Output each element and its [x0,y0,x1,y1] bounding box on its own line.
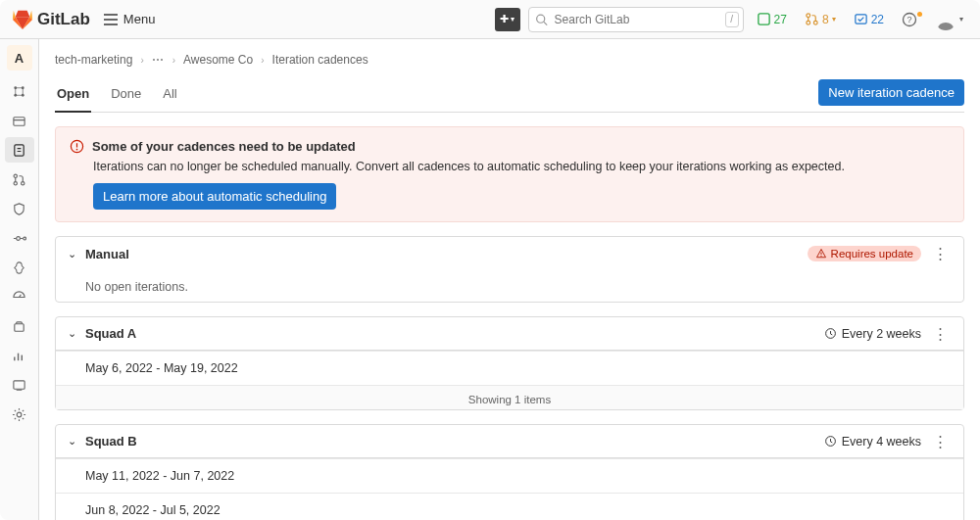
cadence-actions-menu[interactable]: ⋮ [929,248,952,260]
project-avatar[interactable]: A [7,45,32,71]
issues-count: 27 [774,13,787,26]
todos-count: 22 [871,13,884,26]
tab-all[interactable]: All [161,78,178,113]
sidebar-item-info[interactable] [5,78,34,104]
cadence-frequency: Every 2 weeks [824,327,921,341]
crumb-root[interactable]: tech-marketing [55,53,132,67]
issues-link[interactable]: 27 [752,10,792,28]
chevron-down-icon: ▾ [832,15,836,24]
help-icon: ? [902,12,917,27]
menu-button[interactable]: Menu [98,8,162,30]
chevron-down-icon: ▾ [959,15,963,24]
merge-request-icon [805,12,819,26]
todos-link[interactable]: 22 [849,10,889,28]
alert-body: Iterations can no longer be scheduled ma… [93,160,950,173]
showing-count: Showing 1 items [56,385,963,409]
cadence-header: ⌄ Squad B Every 4 weeks ⋮ [56,425,963,458]
sidebar-item-security[interactable] [5,196,34,221]
svg-rect-15 [15,144,24,155]
breadcrumb: tech-marketing › ⋯ › Awesome Co › Iterat… [55,39,964,78]
svg-rect-30 [14,380,24,388]
svg-rect-26 [15,323,24,331]
requires-update-badge: Requires update [808,246,921,261]
chevron-right-icon: › [172,55,175,66]
cadence-actions-menu[interactable]: ⋮ [929,436,952,448]
cadence-name[interactable]: Squad B [85,434,137,449]
alert-cta-button[interactable]: Learn more about automatic scheduling [93,183,336,210]
sidebar-item-analytics[interactable] [5,343,34,368]
sidebar-item-cicd[interactable] [5,225,34,251]
iteration-row[interactable]: Jun 8, 2022 - Jul 5, 2022 [56,493,963,520]
todo-icon [854,12,868,26]
cadence-frequency: Every 4 weeks [824,435,921,449]
svg-text:?: ? [906,15,911,24]
crumb-mid[interactable]: Awesome Co [183,53,253,67]
svg-point-32 [17,412,22,417]
cadence-group: ⌄ Manual Requires update ⋮ No open itera… [55,236,964,303]
crumb-ellipsis[interactable]: ⋯ [152,53,165,67]
iteration-row[interactable]: May 6, 2022 - May 19, 2022 [56,351,963,385]
sidebar-item-settings[interactable] [5,402,34,427]
svg-line-1 [544,22,547,24]
svg-point-19 [14,181,17,184]
cadence-group: ⌄ Squad A Every 2 weeks ⋮ May 6, 2022 - … [55,316,964,410]
tab-done[interactable]: Done [109,78,143,113]
svg-point-0 [536,15,544,23]
gitlab-logo[interactable]: GitLab [12,9,90,30]
new-dropdown-button[interactable]: ✚ ▾ [495,8,520,31]
svg-point-22 [17,236,21,240]
main-content: tech-marketing › ⋯ › Awesome Co › Iterat… [39,39,980,520]
cadence-actions-menu[interactable]: ⋮ [929,328,952,340]
chevron-down-icon[interactable]: ⌄ [68,435,77,448]
svg-rect-6 [856,15,866,24]
tab-open[interactable]: Open [55,78,91,113]
frequency-label: Every 2 weeks [842,327,921,341]
sidebar-item-merge-requests[interactable] [5,166,34,192]
chevron-down-icon[interactable]: ⌄ [68,327,77,340]
chevron-down-icon: ▾ [511,15,514,24]
empty-message: No open iterations. [56,270,963,302]
hamburger-icon [104,14,118,25]
badge-label: Requires update [831,248,913,260]
search-shortcut-badge: / [725,12,739,27]
iteration-row[interactable]: May 11, 2022 - Jun 7, 2022 [56,458,963,493]
cadence-name[interactable]: Manual [85,247,129,261]
svg-rect-2 [758,14,768,24]
chevron-down-icon[interactable]: ⌄ [68,248,77,260]
update-alert: Some of your cadences need to be updated… [55,126,964,222]
clock-icon [824,327,837,340]
help-link[interactable]: ? [897,10,922,29]
sidebar-item-monitor[interactable] [5,284,34,309]
avatar-icon [935,9,956,30]
warning-icon [70,139,84,154]
tabs: Open Done All [55,78,179,112]
menu-label: Menu [123,12,156,26]
sidebar-item-repository[interactable] [5,108,34,133]
sidebar-item-packages[interactable] [5,313,34,339]
crumb-leaf: Iteration cadences [272,53,368,67]
svg-point-35 [76,149,78,151]
svg-point-20 [22,181,24,184]
search-wrap: / [528,7,744,32]
left-sidebar: A [0,39,39,520]
top-header: GitLab Menu ✚ ▾ / 27 8 ▾ 22 ? ▾ [0,0,980,39]
sidebar-item-deployments[interactable] [5,255,34,280]
cadence-name[interactable]: Squad A [85,326,136,341]
svg-point-4 [807,21,810,24]
plus-icon: ✚ [500,13,509,25]
cadence-header: ⌄ Manual Requires update ⋮ [56,237,963,270]
gitlab-icon [12,9,33,30]
merge-requests-link[interactable]: 8 ▾ [800,10,841,28]
svg-point-3 [807,14,810,18]
tabs-row: Open Done All New iteration cadence [55,78,964,113]
user-menu[interactable]: ▾ [930,7,968,32]
svg-point-37 [820,256,821,257]
search-input[interactable] [528,7,744,32]
sidebar-item-issues[interactable] [5,137,34,163]
search-icon [535,13,548,25]
new-cadence-button[interactable]: New iteration cadence [818,79,964,106]
mr-count: 8 [822,13,829,26]
sidebar-item-wiki[interactable] [5,372,34,398]
chevron-right-icon: › [261,55,264,66]
warning-triangle-icon [815,248,827,260]
